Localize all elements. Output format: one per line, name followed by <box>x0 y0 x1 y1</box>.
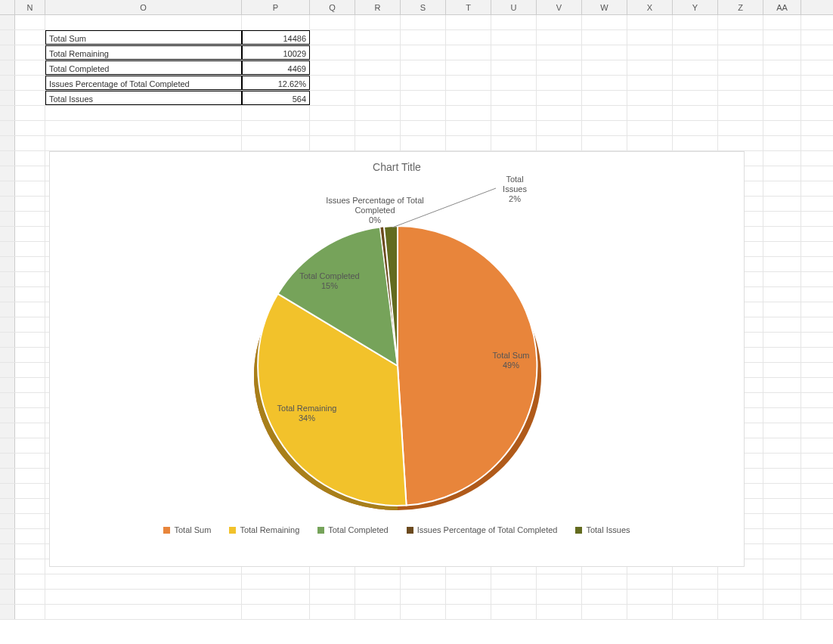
cell[interactable] <box>673 136 718 150</box>
cell[interactable] <box>718 106 763 120</box>
cell[interactable] <box>673 45 718 60</box>
col-header-Z[interactable]: Z <box>718 0 763 14</box>
cell[interactable] <box>673 590 718 604</box>
cell[interactable] <box>446 45 491 60</box>
cell[interactable] <box>582 45 627 60</box>
cell[interactable] <box>718 15 763 29</box>
cell[interactable] <box>763 559 801 574</box>
cell[interactable] <box>763 60 801 75</box>
cell[interactable] <box>718 136 763 150</box>
cell[interactable] <box>15 423 45 438</box>
cell[interactable] <box>355 605 401 619</box>
col-header-O[interactable]: O <box>45 0 242 14</box>
cell[interactable] <box>582 590 627 604</box>
corner-cell[interactable] <box>0 0 15 14</box>
cell[interactable] <box>310 30 355 45</box>
cell[interactable] <box>446 15 491 29</box>
cell[interactable] <box>15 333 45 347</box>
col-header-U[interactable]: U <box>491 0 537 14</box>
cell[interactable] <box>582 91 627 105</box>
cell[interactable] <box>537 106 582 120</box>
cell[interactable] <box>15 30 45 45</box>
row-header[interactable] <box>0 121 15 135</box>
row-header[interactable] <box>0 242 15 256</box>
cell[interactable] <box>763 287 801 302</box>
cell[interactable] <box>673 605 718 619</box>
row-header[interactable] <box>0 136 15 150</box>
cell[interactable] <box>310 76 355 90</box>
cell[interactable] <box>537 91 582 105</box>
cell[interactable] <box>242 121 310 135</box>
cell[interactable] <box>355 60 401 75</box>
cell[interactable] <box>15 605 45 619</box>
cell[interactable] <box>15 287 45 302</box>
cell[interactable] <box>582 605 627 619</box>
row-header[interactable] <box>0 287 15 302</box>
cell[interactable] <box>401 605 446 619</box>
row-header[interactable] <box>0 60 15 75</box>
cell[interactable] <box>763 76 801 90</box>
col-header-S[interactable]: S <box>401 0 446 14</box>
cell[interactable] <box>15 544 45 559</box>
cell[interactable] <box>310 106 355 120</box>
cell[interactable] <box>673 30 718 45</box>
cell[interactable] <box>15 242 45 256</box>
cell[interactable] <box>763 212 801 226</box>
cell[interactable] <box>763 484 801 498</box>
cell[interactable] <box>582 121 627 135</box>
cell[interactable] <box>491 136 537 150</box>
legend-item-total-remaining[interactable]: Total Remaining <box>229 525 299 534</box>
cell[interactable] <box>763 166 801 181</box>
cell[interactable] <box>763 121 801 135</box>
cell[interactable] <box>15 393 45 407</box>
cell[interactable] <box>491 121 537 135</box>
cell[interactable] <box>718 76 763 90</box>
cell[interactable] <box>15 272 45 286</box>
cell[interactable] <box>446 76 491 90</box>
col-header-N[interactable]: N <box>15 0 45 14</box>
row-header[interactable] <box>0 484 15 498</box>
cell[interactable] <box>582 30 627 45</box>
cell[interactable] <box>15 197 45 211</box>
cell[interactable] <box>45 121 242 135</box>
cell[interactable] <box>15 76 45 90</box>
cell[interactable] <box>627 30 673 45</box>
row-header[interactable] <box>0 423 15 438</box>
cell[interactable] <box>15 45 45 60</box>
cell[interactable] <box>15 151 45 166</box>
cell[interactable] <box>763 197 801 211</box>
cell[interactable] <box>763 45 801 60</box>
cell[interactable] <box>355 590 401 604</box>
cell[interactable] <box>446 106 491 120</box>
cell[interactable] <box>718 91 763 105</box>
cell[interactable] <box>763 378 801 392</box>
cell[interactable] <box>446 590 491 604</box>
cell[interactable] <box>763 529 801 543</box>
cell[interactable] <box>355 91 401 105</box>
cell[interactable] <box>627 136 673 150</box>
cell[interactable] <box>15 60 45 75</box>
cell[interactable] <box>627 91 673 105</box>
row-header[interactable] <box>0 544 15 559</box>
col-header-R[interactable]: R <box>355 0 401 14</box>
cell[interactable] <box>45 605 242 619</box>
cell[interactable] <box>15 91 45 105</box>
cell[interactable] <box>355 15 401 29</box>
row-header[interactable] <box>0 76 15 90</box>
row-header[interactable] <box>0 438 15 453</box>
col-header-T[interactable]: T <box>446 0 491 14</box>
cell[interactable] <box>491 15 537 29</box>
row-header[interactable] <box>0 574 15 589</box>
cell[interactable] <box>763 15 801 29</box>
cell[interactable] <box>401 76 446 90</box>
cell[interactable] <box>45 136 242 150</box>
cell[interactable] <box>763 106 801 120</box>
cell[interactable] <box>446 60 491 75</box>
cell[interactable] <box>763 136 801 150</box>
cell-label[interactable]: Total Issues <box>45 91 242 105</box>
cell[interactable] <box>15 257 45 271</box>
cell-label[interactable]: Total Remaining <box>45 45 242 60</box>
cell[interactable] <box>45 15 242 29</box>
cell[interactable] <box>310 605 355 619</box>
cell[interactable] <box>582 76 627 90</box>
